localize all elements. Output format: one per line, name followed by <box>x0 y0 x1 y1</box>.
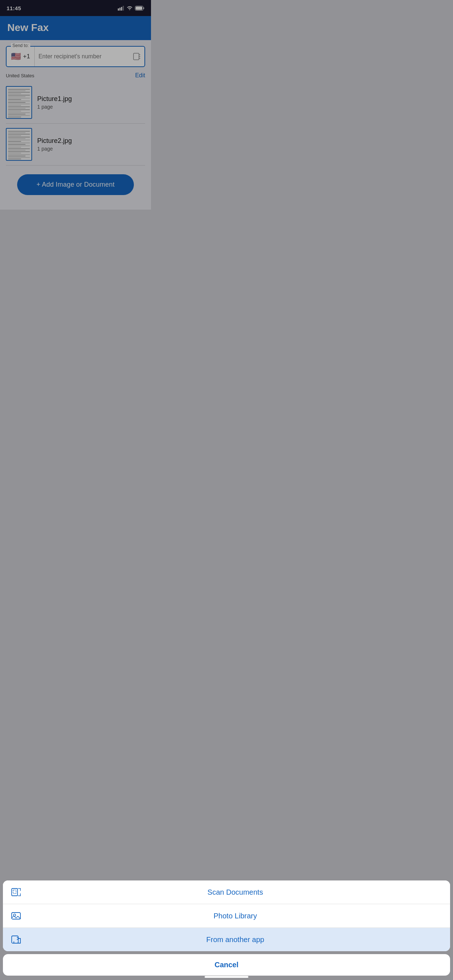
sheet-overlay[interactable] <box>0 0 151 327</box>
